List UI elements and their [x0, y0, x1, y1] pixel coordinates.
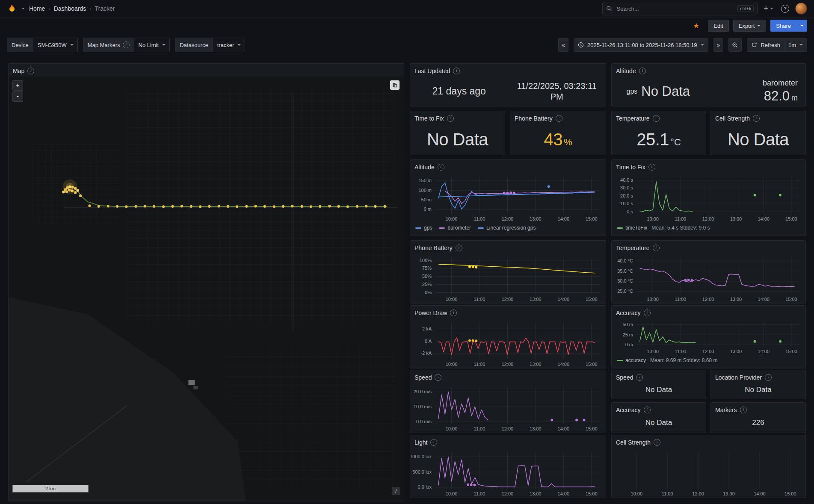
info-icon[interactable]: i [438, 164, 444, 171]
info-icon[interactable]: i [27, 68, 34, 74]
export-caret-icon [757, 25, 761, 27]
info-icon[interactable]: i [556, 115, 562, 122]
breadcrumb-item-home[interactable]: Home [29, 5, 45, 12]
breadcrumb-item-tracker: Tracker [95, 5, 115, 12]
legend-item[interactable]: barometer [439, 225, 471, 231]
refresh-button[interactable]: Refresh [747, 38, 784, 52]
svg-text:13:00: 13:00 [730, 297, 742, 302]
info-icon[interactable]: i [435, 374, 441, 381]
help-button[interactable]: ? [779, 5, 791, 13]
breadcrumb-item-dashboards[interactable]: Dashboards [54, 5, 86, 12]
info-icon[interactable]: i [450, 309, 457, 316]
favorite-star-icon[interactable]: ★ [693, 21, 699, 30]
grafana-logo-icon[interactable] [7, 3, 17, 14]
info-icon[interactable]: i [653, 115, 660, 122]
panel-time-to-fix-chart: Time to Fixi 40.0 s30.0 s20.0 s10.0 s0 s… [611, 159, 806, 236]
info-icon[interactable]: i [654, 439, 660, 446]
svg-text:13:00: 13:00 [730, 349, 742, 354]
power-draw-chart[interactable]: 2 kA0 A-2 kA10:0011:0012:0013:0014:0015:… [411, 319, 603, 368]
svg-text:11:00: 11:00 [675, 216, 687, 221]
datasource-select[interactable]: tracker [213, 38, 246, 52]
altitude-chart[interactable]: 150 m100 m50 m0 m10:0011:0012:0013:0014:… [411, 174, 603, 223]
share-caret-button[interactable] [796, 20, 807, 32]
info-icon[interactable]: i [430, 439, 437, 446]
refresh-interval-select[interactable]: 1m [784, 38, 807, 52]
avatar[interactable] [795, 3, 807, 15]
question-icon: ? [781, 5, 789, 13]
svg-text:15:00: 15:00 [586, 426, 598, 431]
zoom-out-button[interactable] [728, 38, 742, 52]
edit-button[interactable]: Edit [708, 20, 728, 32]
info-icon[interactable]: i [636, 374, 643, 381]
panel-time-to-fix-stat: Time to Fixi No Data [410, 111, 505, 155]
time-to-fix-value: No Data [427, 130, 488, 149]
cell-strength-chart[interactable]: 10:0011:0012:0013:0014:0015:00 [613, 449, 803, 498]
panel-title: Last Updated [414, 68, 450, 74]
map-scale: 2 km [12, 485, 89, 492]
accuracy-value: No Data [645, 419, 672, 427]
magnifier-minus-icon [732, 42, 738, 48]
phone-battery-chart[interactable]: 100%75%50%25%0%10:0011:0012:0013:0014:00… [411, 254, 603, 303]
info-icon[interactable]: i [644, 309, 651, 316]
info-icon[interactable]: i [648, 164, 655, 171]
search-box[interactable]: ctrl+k [602, 2, 758, 15]
panel-title: Temperature [616, 115, 650, 122]
svg-text:100 m: 100 m [418, 188, 432, 193]
info-icon[interactable]: i [447, 115, 454, 122]
light-chart[interactable]: 1000.0 lux500.0 lux0.0 lux10:0011:0012:0… [411, 449, 603, 498]
map-markers-select[interactable]: No Limit [134, 38, 170, 52]
svg-text:0 A: 0 A [425, 339, 432, 344]
info-icon[interactable]: i [653, 245, 660, 251]
map-zoom-in-button[interactable]: + [12, 80, 23, 91]
svg-text:15:00: 15:00 [785, 297, 797, 302]
time-range-button[interactable]: 2025-11-26 13:11:08 to 2025-11-26 18:50:… [574, 38, 708, 52]
info-icon[interactable]: i [453, 68, 460, 74]
panel-accuracy-stat: Accuracyi No Data [611, 402, 706, 433]
map-layers-button[interactable] [390, 80, 400, 90]
temperature-chart[interactable]: 40.0 °C35.0 °C30.0 °C25.0 °C10:0011:0012… [613, 254, 803, 303]
refresh-control: Refresh 1m [747, 38, 807, 52]
time-range-text: 2025-11-26 13:11:08 to 2025-11-26 18:50:… [587, 42, 697, 48]
speed-chart[interactable]: 20.0 m/s10.0 m/s0.0 m/s10:0011:0012:0013… [411, 384, 603, 433]
device-select[interactable]: SM-G950W [33, 38, 78, 52]
export-button[interactable]: Export [733, 20, 767, 32]
org-caret-icon[interactable] [21, 8, 25, 9]
svg-text:12:00: 12:00 [502, 426, 514, 431]
svg-text:12:00: 12:00 [702, 216, 714, 221]
panel-temperature-chart: Temperaturei 40.0 °C35.0 °C30.0 °C25.0 °… [611, 240, 806, 304]
panel-location-provider-stat: Location Provideri No Data [710, 370, 806, 399]
panel-title: Phone Battery [414, 245, 453, 251]
svg-text:11:00: 11:00 [474, 491, 485, 496]
info-icon[interactable]: i [456, 245, 462, 251]
map-zoom-out-button[interactable]: - [12, 91, 23, 102]
map-canvas[interactable] [9, 77, 404, 501]
share-button[interactable]: Share [770, 20, 796, 32]
panel-title: Speed [616, 374, 633, 381]
svg-text:13:00: 13:00 [723, 491, 735, 496]
chevron-down-icon [70, 44, 74, 46]
legend-item[interactable]: Linear regression gps [478, 225, 536, 231]
legend-stats: Mean: 5.4 s Stddev: 9.0 s [651, 225, 710, 231]
info-icon[interactable]: i [753, 115, 760, 122]
map-markers-label: Map Markersi [83, 38, 134, 52]
add-button[interactable]: + [762, 4, 775, 13]
accuracy-chart[interactable]: 50 m25 m0 m10:0011:0012:0013:0014:0015:0… [613, 319, 803, 355]
time-back-button[interactable]: « [558, 38, 568, 52]
info-icon[interactable]: i [765, 374, 772, 381]
svg-text:14:00: 14:00 [758, 297, 770, 302]
map-attribution-button[interactable]: i [392, 487, 400, 495]
legend-item[interactable]: gps [415, 225, 432, 231]
legend-item[interactable]: timeToFixMean: 5.4 s Stddev: 9.0 s [617, 225, 710, 231]
info-icon[interactable]: i [639, 68, 646, 74]
altitude-barometer-value: 82.0 [764, 88, 790, 104]
time-to-fix-chart[interactable]: 40.0 s30.0 s20.0 s10.0 s0 s10:0011:0012:… [613, 174, 803, 223]
info-icon[interactable]: i [644, 407, 651, 413]
time-forward-button[interactable]: » [713, 38, 724, 52]
info-icon[interactable]: i [740, 407, 747, 413]
search-input[interactable] [616, 5, 734, 12]
legend-item[interactable]: accuracyMean: 9.69 m Stddev: 8.68 m [617, 357, 717, 363]
info-icon[interactable]: i [123, 41, 130, 48]
svg-text:12:00: 12:00 [702, 349, 714, 354]
svg-text:14:00: 14:00 [558, 491, 570, 496]
panel-title: Location Provider [715, 374, 762, 381]
